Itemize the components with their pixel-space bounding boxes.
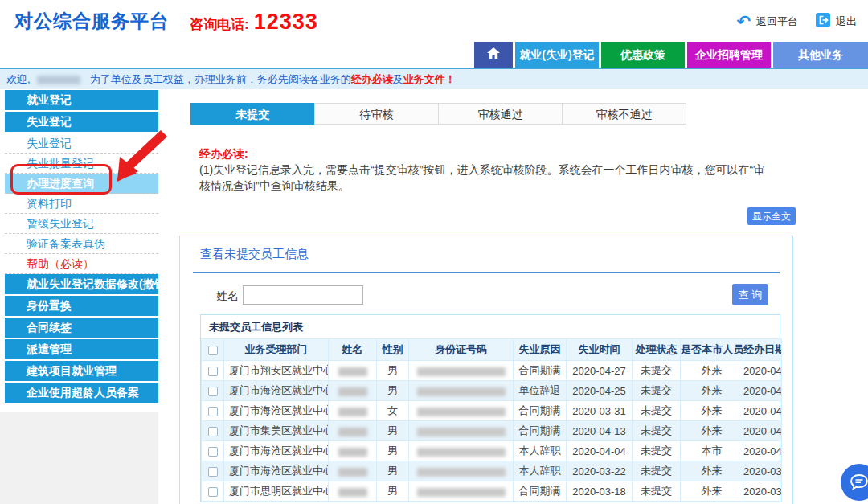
table-cell: 女 [377, 401, 409, 421]
employee-table: 业务受理部门姓名性别身份证号码失业原因失业时间处理状态是否本市人员经办日期 厦门… [201, 338, 782, 502]
header-actions: ↶ 返回平台 退出 [736, 13, 857, 30]
table-row: 厦门市思明区就业中心男合同期满2020-03-18未提交外来2020-03-1 [202, 481, 782, 502]
table-cell [409, 481, 514, 502]
row-checkbox[interactable] [208, 467, 218, 477]
sidebar-background [0, 412, 158, 504]
sidebar-item[interactable]: 验证备案表真伪 [5, 234, 158, 254]
sidebar-item[interactable]: 就业登记 [5, 90, 158, 110]
table-cell: 男 [377, 441, 409, 461]
status-tabs: 未提交待审核审核通过审核不通过 [191, 103, 686, 125]
table-row: 厦门市海沧区就业中心男本人辞职2020-04-04未提交本市2020-04-1 [202, 441, 782, 461]
table-cell: 2020-04-13 [567, 421, 633, 441]
back-to-platform-button[interactable]: ↶ 返回平台 [736, 14, 798, 29]
sidebar-item[interactable]: 就业失业登记数据修改(撤销) [5, 274, 158, 294]
masked-name [338, 448, 367, 457]
table-cell: 厦门市海沧区就业中心 [224, 461, 329, 481]
table-cell [409, 381, 514, 401]
table-cell: 厦门市海沧区就业中心 [224, 381, 329, 401]
row-checkbox[interactable] [208, 367, 218, 376]
row-checkbox[interactable] [208, 487, 218, 497]
table-cell [329, 381, 377, 401]
table-cell [329, 401, 377, 421]
table-row: 厦门市集美区就业中心男合同期满2020-04-13未提交外来2020-04-1 [202, 421, 782, 441]
table-cell: 2020-04-2 [743, 361, 782, 381]
sidebar-item[interactable]: 帮助（必读） [5, 254, 158, 274]
logout-label: 退出 [836, 14, 857, 29]
row-checkbox[interactable] [208, 427, 218, 436]
column-header: 经办日期 [743, 339, 782, 361]
table-cell: 男 [377, 421, 409, 441]
sidebar-item[interactable]: 身份置换 [5, 296, 158, 316]
select-all-checkbox[interactable] [208, 346, 218, 355]
sidebar-item-active[interactable]: 办理进度查询 [5, 174, 158, 194]
table-cell: 厦门市翔安区就业中心 [224, 361, 329, 381]
nav-tab-recruitment-management[interactable]: 企业招聘管理 [687, 42, 771, 68]
name-input[interactable] [243, 285, 363, 305]
table-cell: 男 [377, 381, 409, 401]
sidebar-menu: 就业登记失业登记失业登记失业批量登记办理进度查询资料打印暂缓失业登记验证备案表真… [5, 90, 158, 404]
welcome-em1: 经办必读 [351, 73, 393, 85]
table-cell [202, 361, 224, 381]
masked-id-number [417, 448, 506, 457]
table-cell: 男 [377, 481, 409, 502]
status-tab[interactable]: 审核通过 [438, 103, 563, 125]
status-tab[interactable]: 审核不通过 [562, 103, 686, 125]
masked-id-number [417, 367, 506, 376]
table-cell: 未提交 [633, 481, 681, 502]
table-cell [329, 421, 377, 441]
notice-body: (1)失业登记信息录入完，需要点击“提交审核”按钮，进入系统审核阶段。系统会在一… [199, 162, 767, 194]
masked-id-number [417, 428, 506, 436]
table-cell [202, 381, 224, 401]
hotline-label: 咨询电话: [190, 15, 249, 34]
table-cell: 2020-04-2 [743, 401, 782, 421]
table-row: 厦门市海沧区就业中心男单位辞退2020-04-25未提交外来2020-04-2 [202, 381, 782, 401]
table-cell: 厦门市海沧区就业中心 [224, 441, 329, 461]
panel-title: 查看未提交员工信息 [200, 247, 309, 262]
table-cell: 男 [377, 361, 409, 381]
table-cell: 2020-03-1 [743, 481, 782, 502]
panel-title-underline [193, 272, 780, 273]
table-cell: 外来 [681, 461, 743, 481]
status-tab[interactable]: 未提交 [190, 103, 315, 125]
sidebar-item[interactable]: 失业登记 [5, 133, 158, 154]
undo-arrow-icon: ↶ [736, 14, 751, 28]
app-header: 对公综合服务平台 咨询电话: 12333 ↶ 返回平台 退出 就业(失业)登记优… [0, 0, 868, 68]
sidebar-item[interactable]: 合同续签 [5, 318, 158, 338]
row-checkbox[interactable] [208, 407, 218, 416]
masked-name [338, 387, 367, 396]
table-cell: 2020-03-22 [567, 461, 633, 481]
hotline-number: 12333 [254, 10, 318, 35]
back-to-platform-label: 返回平台 [756, 14, 798, 29]
nav-tab-home[interactable] [474, 42, 513, 68]
column-header: 身份证号码 [409, 339, 514, 361]
logout-button[interactable]: 退出 [816, 13, 857, 30]
nav-tab-preferential-policy[interactable]: 优惠政策 [601, 42, 685, 68]
nav-tab-employment-registration[interactable]: 就业(失业)登记 [515, 42, 599, 68]
status-tab[interactable]: 待审核 [314, 103, 439, 125]
nav-tab-other-business[interactable]: 其他业务 [773, 42, 868, 68]
table-cell [329, 361, 377, 381]
table-cell: 外来 [681, 401, 743, 421]
sidebar-item[interactable]: 失业批量登记 [5, 154, 158, 174]
masked-name [338, 468, 367, 477]
row-checkbox[interactable] [208, 447, 218, 457]
sidebar-item[interactable]: 派遣管理 [5, 339, 158, 359]
table-cell: 2020-03-31 [567, 401, 633, 421]
row-checkbox[interactable] [208, 387, 218, 396]
welcome-em2: 业务文件 [403, 73, 445, 85]
search-button[interactable]: 查 询 [732, 284, 768, 305]
sidebar-item[interactable]: 建筑项目就业管理 [5, 361, 158, 381]
sidebar-item[interactable]: 资料打印 [5, 194, 158, 214]
chat-fab-button[interactable] [841, 464, 868, 501]
sidebar-item[interactable]: 暂缓失业登记 [5, 214, 158, 234]
welcome-conj: 及 [393, 73, 403, 85]
show-full-text-button[interactable]: 显示全文 [747, 207, 796, 225]
sidebar-item[interactable]: 失业登记 [5, 112, 158, 132]
sidebar-item[interactable]: 企业使用超龄人员备案 [5, 383, 158, 403]
unsubmitted-info-panel: 查看未提交员工信息 姓名 查 询 未提交员工信息列表 业务受理部门姓名性别身份证… [179, 236, 793, 504]
employee-list-box: 未提交员工信息列表 业务受理部门姓名性别身份证号码失业原因失业时间处理状态是否本… [200, 314, 780, 502]
table-cell [409, 361, 514, 381]
chat-bubble-icon [850, 473, 868, 491]
table-cell: 单位辞退 [514, 381, 567, 401]
column-header: 性别 [377, 339, 409, 361]
